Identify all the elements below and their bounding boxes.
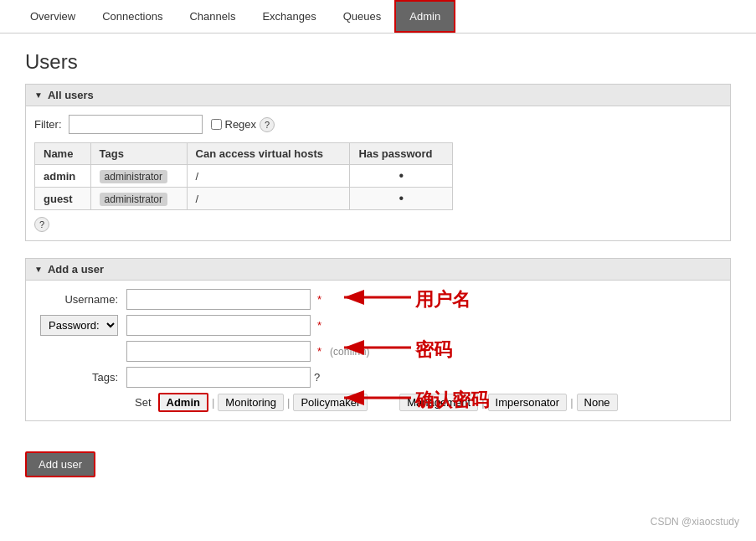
password-type-select[interactable]: Password: [40,315,118,336]
add-user-collapse-arrow: ▼ [34,265,43,274]
set-label: Set [135,396,152,409]
main-content: Users ▼ All users Filter: Regex ? [0,33,756,494]
all-users-section: ▼ All users Filter: Regex ? Name Tags [25,84,731,241]
confirm-password-input[interactable] [126,341,311,362]
add-user-title: Add a user [48,263,104,276]
filter-input[interactable] [69,115,203,134]
col-name: Name [35,143,91,165]
nav-admin[interactable]: Admin [394,0,455,33]
user-tags: administrator [90,188,187,210]
username-row: Username: * [34,289,722,310]
user-name[interactable]: guest [35,188,91,210]
set-tag-admin-button[interactable]: Admin [158,393,208,412]
confirm-required: * [317,345,321,358]
filter-help-button[interactable]: ? [260,117,275,132]
nav-overview[interactable]: Overview [17,2,89,31]
separator-3: | [481,396,484,409]
user-virtual-hosts: / [187,188,350,210]
add-user-body: Username: * Password: * [25,281,731,421]
password-input-group: * [126,315,321,336]
filter-row: Filter: Regex ? [34,115,722,134]
tags-input[interactable] [126,367,311,388]
username-input-group: * [126,289,321,310]
regex-checkbox[interactable] [211,119,222,130]
users-table: Name Tags Can access virtual hosts Has p… [34,142,453,210]
collapse-arrow: ▼ [34,90,43,100]
tags-help-button[interactable]: ? [314,371,320,384]
add-user-button[interactable]: Add user [25,451,95,477]
table-row[interactable]: guest administrator / • [35,188,453,210]
set-tag-impersonator-button[interactable]: Impersonator [488,394,568,411]
password-row: Password: * [34,315,722,336]
table-row[interactable]: admin administrator / • [35,165,453,188]
all-users-header[interactable]: ▼ All users [25,84,731,106]
col-virtual-hosts: Can access virtual hosts [187,143,350,165]
username-input[interactable] [126,289,311,310]
username-label: Username: [34,293,126,306]
user-virtual-hosts: / [187,165,350,188]
tags-input-group: ? [126,367,320,388]
set-tag-none-button[interactable]: None [577,394,618,411]
tags-label: Tags: [34,371,126,384]
separator-2: | [287,396,290,409]
add-user-header[interactable]: ▼ Add a user [25,258,731,281]
password-select-label: Password: [34,315,126,336]
nav-exchanges[interactable]: Exchanges [249,2,329,31]
add-user-section: ▼ Add a user Username: * Password: [25,258,731,421]
regex-label-group: Regex [211,118,257,131]
confirm-password-input-group: * (confirm) [126,341,369,362]
top-navigation: Overview Connections Channels Exchanges … [0,0,756,33]
col-tags: Tags [90,143,187,165]
user-tags: administrator [90,165,187,188]
confirm-password-row: * (confirm) [34,341,722,362]
regex-label-text: Regex [225,118,257,131]
separator-1: | [212,396,214,409]
user-has-password: • [350,188,453,210]
confirm-text: (confirm) [330,346,369,358]
set-tags-row: Set Admin | Monitoring | Policymaker Man… [135,393,722,412]
username-required: * [317,293,321,306]
nav-channels[interactable]: Channels [176,2,249,31]
separator-4: | [570,396,573,409]
filter-label: Filter: [34,118,62,131]
col-has-password: Has password [350,143,453,165]
password-required: * [317,319,321,332]
password-input[interactable] [126,315,311,336]
set-tag-policymaker-button[interactable]: Policymaker [293,394,368,411]
all-users-body: Filter: Regex ? Name Tags Can access vir… [25,106,731,241]
page-title: Users [25,50,731,74]
all-users-title: All users [48,89,94,101]
user-name[interactable]: admin [35,165,91,188]
nav-queues[interactable]: Queues [330,2,395,31]
nav-connections[interactable]: Connections [89,2,176,31]
set-tag-management-button[interactable]: Management [399,394,478,411]
tags-row: Tags: ? [34,367,722,388]
user-has-password: • [350,165,453,188]
set-tag-monitoring-button[interactable]: Monitoring [218,394,284,411]
table-help-button[interactable]: ? [34,217,49,232]
